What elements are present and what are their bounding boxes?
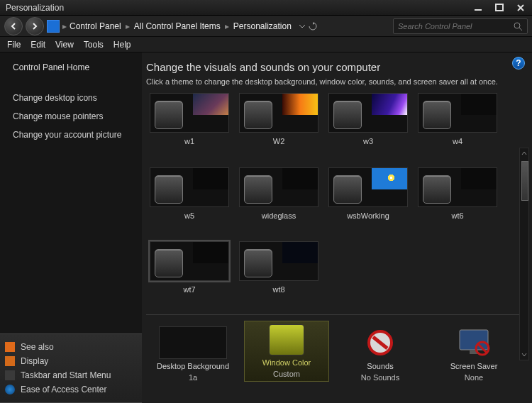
- breadcrumb-item[interactable]: Control Panel: [70, 21, 121, 31]
- theme-preview: [418, 167, 497, 207]
- see-also-ease[interactable]: Ease of Access Center: [21, 385, 106, 394]
- setting-sounds[interactable]: Sounds No Sounds: [338, 326, 423, 382]
- menu-file[interactable]: File: [7, 40, 21, 50]
- wallpaper-thumb: [282, 94, 318, 115]
- search-input[interactable]: [398, 22, 513, 31]
- sidebar-link-desktop-icons[interactable]: Change desktop icons: [13, 91, 129, 105]
- theme-label: W2: [273, 137, 285, 145]
- menu-view[interactable]: View: [55, 40, 74, 50]
- control-panel-icon: [47, 20, 60, 33]
- sidebar-heading[interactable]: Control Panel Home: [13, 62, 129, 72]
- theme-preview: [239, 241, 318, 281]
- theme-item[interactable]: wt7: [146, 240, 233, 309]
- theme-preview: [150, 93, 229, 133]
- theme-item[interactable]: wsbWorking: [325, 166, 411, 236]
- see-also-heading: See also: [21, 342, 54, 352]
- window-controls: [468, 1, 532, 14]
- breadcrumb-dropdown[interactable]: [299, 22, 317, 31]
- theme-label: wt6: [451, 211, 463, 220]
- help-button[interactable]: ?: [512, 57, 525, 70]
- chevron-right-icon: ▸: [123, 21, 133, 31]
- divider: [146, 314, 521, 315]
- setting-value: No Sounds: [361, 373, 399, 382]
- menubar: File Edit View Tools Help: [0, 37, 532, 53]
- scroll-thumb[interactable]: [521, 161, 528, 201]
- theme-label: wideglass: [262, 211, 296, 220]
- svg-rect-1: [496, 4, 503, 11]
- menu-edit[interactable]: Edit: [31, 40, 45, 50]
- theme-item[interactable]: w4: [414, 92, 501, 161]
- desktop-background-thumb: [159, 326, 227, 359]
- theme-preview: [150, 167, 229, 207]
- refresh-icon[interactable]: [309, 22, 317, 31]
- address-bar: ▸ Control Panel ▸ All Control Panel Item…: [0, 16, 532, 37]
- setting-label: Screen Saver: [450, 362, 498, 370]
- wallpaper-thumb: [372, 94, 407, 115]
- setting-value: None: [465, 373, 483, 382]
- themes-grid: w1W2w3w4w5wideglasswsbWorkingwt6wt7wt8: [146, 92, 521, 310]
- aero-glass-chip: [333, 101, 362, 129]
- wallpaper-thumb: [282, 242, 318, 263]
- theme-label: wt7: [183, 285, 195, 294]
- sidebar: Control Panel Home Change desktop icons …: [0, 53, 142, 403]
- menu-help[interactable]: Help: [113, 40, 131, 50]
- aero-glass-chip: [155, 249, 183, 277]
- aero-glass-chip: [244, 249, 272, 277]
- scroll-down-arrow[interactable]: [520, 350, 528, 360]
- setting-label: Desktop Background: [157, 362, 229, 370]
- breadcrumb-item[interactable]: Personalization: [233, 21, 292, 31]
- back-button[interactable]: [4, 17, 23, 35]
- close-button[interactable]: [511, 1, 531, 14]
- setting-label: Sounds: [367, 362, 393, 370]
- breadcrumb-sep: ▸: [62, 21, 67, 31]
- search-icon[interactable]: [513, 21, 523, 31]
- breadcrumb-item[interactable]: All Control Panel Items: [134, 21, 221, 31]
- setting-window-color[interactable]: Window Color Custom: [244, 321, 329, 382]
- page-subtext: Click a theme to change the desktop back…: [146, 77, 521, 86]
- theme-item[interactable]: w5: [146, 166, 233, 236]
- scrollbar[interactable]: [519, 148, 529, 360]
- breadcrumb: Control Panel ▸ All Control Panel Items …: [70, 21, 317, 31]
- setting-desktop-background[interactable]: Desktop Background 1a: [150, 326, 235, 382]
- theme-label: wsbWorking: [347, 211, 389, 220]
- aero-glass-chip: [244, 101, 272, 129]
- setting-value: 1a: [189, 373, 197, 382]
- wallpaper-thumb: [461, 168, 497, 189]
- theme-item[interactable]: wt8: [235, 240, 322, 309]
- sidebar-link-account-picture[interactable]: Change your account picture: [13, 128, 129, 142]
- window-title: Personalization: [6, 3, 64, 13]
- theme-item[interactable]: w3: [325, 92, 411, 161]
- scroll-up-arrow[interactable]: [520, 148, 528, 158]
- theme-item[interactable]: W2: [235, 92, 322, 161]
- sidebar-link-mouse-pointers[interactable]: Change mouse pointers: [13, 109, 129, 123]
- display-icon: [5, 342, 15, 352]
- wallpaper-thumb: [461, 94, 497, 115]
- theme-preview: [239, 93, 318, 133]
- theme-label: w5: [184, 211, 194, 220]
- see-also-display[interactable]: Display: [21, 356, 48, 366]
- theme-item[interactable]: wt6: [414, 166, 501, 236]
- theme-label: w1: [184, 137, 194, 145]
- window-color-swatch: [269, 324, 304, 355]
- search-box[interactable]: [393, 18, 528, 34]
- forward-button[interactable]: [26, 17, 44, 35]
- theme-preview: [418, 93, 497, 133]
- theme-item[interactable]: w1: [146, 92, 233, 161]
- menu-tools[interactable]: Tools: [84, 40, 104, 50]
- wallpaper-thumb: [193, 94, 228, 115]
- theme-preview: [328, 167, 408, 207]
- aero-glass-chip: [333, 175, 362, 204]
- page-heading: Change the visuals and sounds on your co…: [146, 61, 521, 73]
- setting-screen-saver[interactable]: Screen Saver None: [431, 326, 516, 382]
- see-also-panel: See also Display Taskbar and Start Menu …: [0, 333, 144, 403]
- minimize-button[interactable]: [468, 1, 488, 14]
- theme-item[interactable]: wideglass: [235, 166, 322, 236]
- aero-glass-chip: [244, 175, 272, 204]
- aero-glass-chip: [423, 175, 451, 204]
- ease-icon: [5, 385, 15, 394]
- theme-preview: [150, 241, 229, 281]
- maximize-button[interactable]: [489, 1, 509, 14]
- aero-glass-chip: [155, 101, 183, 129]
- see-also-taskbar[interactable]: Taskbar and Start Menu: [21, 370, 111, 380]
- aero-glass-chip: [423, 101, 451, 129]
